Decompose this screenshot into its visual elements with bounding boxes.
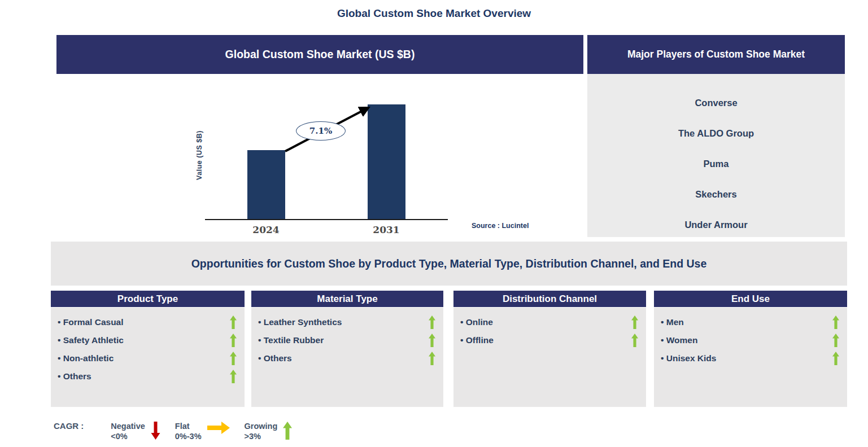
- x-tick-label: 2024: [243, 224, 289, 235]
- opportunity-item-label: • Non-athletic: [58, 353, 114, 363]
- opportunity-column-header: Material Type: [251, 291, 443, 307]
- opportunity-item: • Leather Synthetics: [258, 313, 435, 331]
- opportunity-column-header: End Use: [654, 291, 847, 307]
- chart-panel-header: Global Custom Shoe Market (US $B): [56, 35, 583, 74]
- up-arrow-icon: [283, 422, 292, 440]
- x-axis-line: [205, 219, 448, 220]
- cagr-legend-label: CAGR :: [54, 421, 84, 431]
- player-name: Converse: [587, 87, 845, 118]
- opportunity-column-product-type: Product Type• Formal Casual• Safety Athl…: [51, 291, 245, 407]
- up-arrow-icon: [429, 351, 435, 366]
- legend-entry-text: Negative<0%: [111, 421, 145, 441]
- opportunity-item: • Safety Athletic: [58, 331, 237, 349]
- legend-entry-text: Growing>3%: [245, 421, 278, 441]
- opportunity-item-label: • Online: [460, 317, 493, 327]
- up-arrow-icon: [832, 315, 839, 330]
- player-name: The ALDO Group: [587, 118, 845, 148]
- player-name: Under Armour: [587, 209, 845, 240]
- opportunity-column-body: • Online• Offline: [453, 308, 646, 407]
- up-arrow-icon: [230, 315, 237, 330]
- opportunity-item-label: • Others: [58, 371, 91, 382]
- page-title: Global Custom Shoe Market Overview: [0, 7, 868, 20]
- major-players-header: Major Players of Custom Shoe Market: [587, 35, 845, 74]
- opportunity-item-label: • Others: [258, 353, 292, 363]
- up-arrow-icon: [832, 351, 839, 366]
- opportunity-column-header: Product Type: [51, 291, 245, 307]
- up-arrow-icon: [429, 315, 435, 330]
- cagr-legend: CAGR : Negative<0%Flat0%-3%Growing>3%: [54, 421, 307, 441]
- growth-arrow-icon: [56, 74, 583, 242]
- opportunity-item: • Others: [58, 367, 237, 385]
- up-arrow-icon: [230, 369, 237, 384]
- opportunity-item: • Non-athletic: [58, 349, 237, 367]
- player-name: Puma: [587, 148, 845, 179]
- legend-entry-negative: Negative<0%: [111, 421, 160, 441]
- opportunities-banner: Opportunities for Custom Shoe by Product…: [51, 242, 847, 286]
- opportunity-column-material-type: Material Type• Leather Synthetics• Texti…: [251, 291, 443, 407]
- opportunity-item-label: • Safety Athletic: [58, 335, 124, 345]
- opportunity-column-body: • Leather Synthetics• Textile Rubber• Ot…: [251, 308, 443, 407]
- source-note: Source : Lucintel: [472, 222, 529, 230]
- right-arrow-icon: [207, 422, 230, 434]
- up-arrow-icon: [429, 333, 435, 348]
- opportunity-item: • Others: [258, 349, 435, 367]
- opportunity-item: • Unisex Kids: [661, 349, 839, 367]
- up-arrow-icon: [631, 333, 638, 348]
- legend-entry-flat: Flat0%-3%: [175, 421, 230, 441]
- up-arrow-icon: [230, 333, 237, 348]
- opportunity-item: • Textile Rubber: [258, 331, 435, 349]
- opportunity-column-end-use: End Use• Men• Women• Unisex Kids: [654, 291, 847, 407]
- opportunity-item: • Women: [661, 331, 839, 349]
- opportunity-column-header: Distribution Channel: [453, 291, 646, 307]
- opportunity-item: • Men: [661, 313, 839, 331]
- opportunity-item: • Offline: [460, 331, 638, 349]
- cagr-callout: 7.1%: [296, 121, 346, 141]
- opportunity-column-distribution-channel: Distribution Channel• Online• Offline: [453, 291, 646, 407]
- opportunity-item-label: • Women: [661, 335, 697, 345]
- up-arrow-icon: [832, 333, 839, 348]
- legend-entry-growing: Growing>3%: [245, 421, 293, 441]
- bar-chart: Value (US $B) 7.1% 2024 2031 Source : Lu…: [56, 74, 583, 242]
- opportunity-item-label: • Offline: [460, 335, 494, 345]
- opportunity-column-body: • Men• Women• Unisex Kids: [654, 308, 847, 407]
- down-arrow-icon: [151, 422, 160, 440]
- opportunity-item-label: • Unisex Kids: [661, 353, 716, 363]
- x-tick-label: 2031: [364, 224, 409, 235]
- opportunity-item: • Formal Casual: [58, 313, 237, 331]
- opportunity-column-body: • Formal Casual• Safety Athletic• Non-at…: [51, 308, 245, 407]
- legend-entry-text: Flat0%-3%: [175, 421, 202, 441]
- up-arrow-icon: [631, 315, 638, 330]
- opportunity-item-label: • Formal Casual: [58, 317, 124, 327]
- up-arrow-icon: [230, 351, 237, 366]
- opportunity-item-label: • Textile Rubber: [258, 335, 324, 345]
- opportunity-item-label: • Leather Synthetics: [258, 317, 342, 327]
- opportunity-item: • Online: [460, 313, 638, 331]
- player-name: Skechers: [587, 179, 845, 209]
- major-players-panel: Major Players of Custom Shoe Market Conv…: [587, 35, 845, 237]
- market-overview-infographic: Global Custom Shoe Market Overview Globa…: [0, 0, 868, 447]
- opportunity-item-label: • Men: [661, 317, 684, 327]
- major-players-list: ConverseThe ALDO GroupPumaSkechersUnder …: [587, 74, 845, 237]
